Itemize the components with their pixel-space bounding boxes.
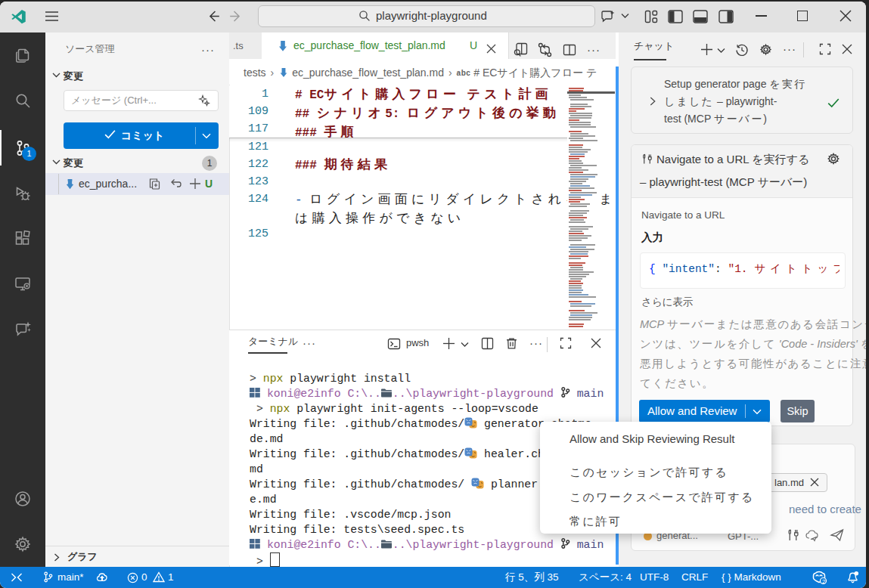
svg-text:2: 2 — [822, 578, 826, 585]
